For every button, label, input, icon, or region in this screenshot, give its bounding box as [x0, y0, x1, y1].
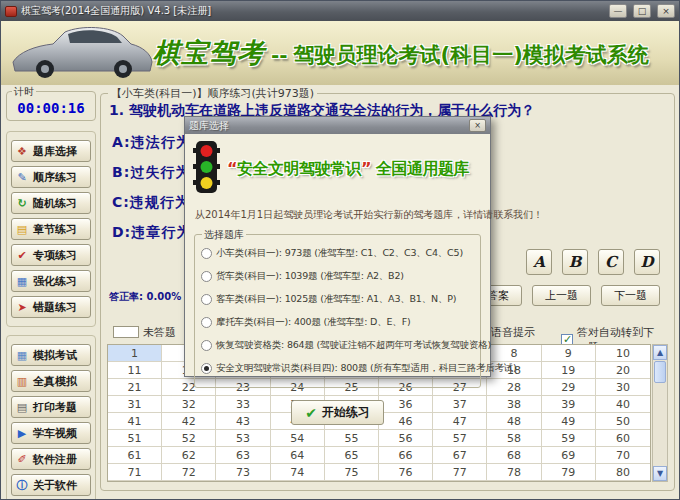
question-cell-60[interactable]: 60 — [596, 430, 650, 447]
question-cell-68[interactable]: 68 — [487, 447, 541, 464]
question-cell-63[interactable]: 63 — [216, 447, 270, 464]
question-cell-76[interactable]: 76 — [379, 464, 433, 481]
question-cell-56[interactable]: 56 — [379, 430, 433, 447]
sidebar-button-shuffle[interactable]: ↻随机练习 — [11, 192, 91, 214]
question-cell-41[interactable]: 41 — [108, 413, 162, 430]
question-cell-62[interactable]: 62 — [162, 447, 216, 464]
question-cell-72[interactable]: 72 — [162, 464, 216, 481]
prev-question-button[interactable]: 上一题 — [532, 285, 591, 306]
question-cell-38[interactable]: 38 — [487, 396, 541, 413]
question-cell-57[interactable]: 57 — [433, 430, 487, 447]
sidebar-button-exam-grid[interactable]: ▦模拟考试 — [11, 344, 91, 366]
question-cell-32[interactable]: 32 — [162, 396, 216, 413]
answer-button-a[interactable]: A — [526, 249, 552, 275]
question-cell-58[interactable]: 58 — [487, 430, 541, 447]
question-cell-55[interactable]: 55 — [325, 430, 379, 447]
question-cell-20[interactable]: 20 — [596, 362, 650, 379]
question-cell-51[interactable]: 51 — [108, 430, 162, 447]
question-cell-65[interactable]: 65 — [325, 447, 379, 464]
question-cell-77[interactable]: 77 — [433, 464, 487, 481]
sidebar-button-wrong-flag[interactable]: ➤错题练习 — [11, 296, 91, 318]
answer-button-d[interactable]: D — [634, 249, 660, 275]
radio-icon[interactable] — [201, 317, 212, 328]
sidebar-button-video-play[interactable]: ▶学车视频 — [11, 422, 91, 444]
sidebar-button-register-tool[interactable]: ✐软件注册 — [11, 448, 91, 470]
question-cell-59[interactable]: 59 — [542, 430, 596, 447]
close-button[interactable]: × — [657, 4, 675, 18]
question-cell-40[interactable]: 40 — [596, 396, 650, 413]
scroll-up-icon[interactable]: ▲ — [653, 345, 667, 360]
question-cell-52[interactable]: 52 — [162, 430, 216, 447]
question-cell-47[interactable]: 47 — [433, 413, 487, 430]
scroll-thumb[interactable] — [654, 361, 666, 383]
sidebar-button-chart[interactable]: ▦强化练习 — [11, 270, 91, 292]
bank-option-1[interactable]: 小车类(科目一): 973题 (准驾车型: C1、C2、C3、C4、C5) — [201, 247, 474, 260]
option-d[interactable]: D:违章行为 — [112, 224, 191, 242]
question-cell-46[interactable]: 46 — [379, 413, 433, 430]
radio-selected-icon[interactable] — [201, 363, 212, 374]
question-cell-11[interactable]: 11 — [108, 362, 162, 379]
question-cell-75[interactable]: 75 — [325, 464, 379, 481]
minimize-button[interactable]: — — [609, 4, 627, 18]
answer-button-c[interactable]: C — [598, 249, 624, 275]
start-practice-button[interactable]: ✔ 开始练习 — [291, 400, 384, 425]
sidebar-button-simulation[interactable]: ▥全真模拟 — [11, 370, 91, 392]
sidebar-button-info[interactable]: ⓘ关于软件 — [11, 474, 91, 496]
question-cell-1[interactable]: 1 — [108, 345, 162, 362]
radio-icon[interactable] — [201, 248, 212, 259]
bank-option-4[interactable]: 摩托车类(科目一): 400题 (准驾车型: D、E、F) — [201, 316, 474, 329]
question-cell-54[interactable]: 54 — [271, 430, 325, 447]
question-cell-69[interactable]: 69 — [542, 447, 596, 464]
maximize-button[interactable]: □ — [633, 4, 651, 18]
question-cell-67[interactable]: 67 — [433, 447, 487, 464]
question-cell-43[interactable]: 43 — [216, 413, 270, 430]
radio-icon[interactable] — [201, 294, 212, 305]
question-cell-37[interactable]: 37 — [433, 396, 487, 413]
dialog-close-icon[interactable]: × — [469, 119, 486, 132]
question-cell-79[interactable]: 79 — [542, 464, 596, 481]
question-cell-74[interactable]: 74 — [271, 464, 325, 481]
question-cell-61[interactable]: 61 — [108, 447, 162, 464]
question-cell-48[interactable]: 48 — [487, 413, 541, 430]
sidebar-button-edit[interactable]: ✎顺序练习 — [11, 166, 91, 188]
question-cell-39[interactable]: 39 — [542, 396, 596, 413]
question-cell-30[interactable]: 30 — [596, 379, 650, 396]
radio-icon[interactable] — [201, 340, 212, 351]
question-cell-28[interactable]: 28 — [487, 379, 541, 396]
bank-option-6[interactable]: 安全文明驾驶常识类(科目四): 800题 (所有车型适用，科目三路考后考试) — [201, 362, 474, 375]
question-cell-29[interactable]: 29 — [542, 379, 596, 396]
question-cell-78[interactable]: 78 — [487, 464, 541, 481]
sidebar-button-chapter[interactable]: ▤章节练习 — [11, 218, 91, 240]
sidebar-button-special-check[interactable]: ✔专项练习 — [11, 244, 91, 266]
bank-option-2[interactable]: 货车类(科目一): 1039题 (准驾车型: A2、B2) — [201, 270, 474, 283]
question-cell-80[interactable]: 80 — [596, 464, 650, 481]
question-cell-71[interactable]: 71 — [108, 464, 162, 481]
question-cell-73[interactable]: 73 — [216, 464, 270, 481]
option-a[interactable]: A:违法行为 — [112, 134, 191, 152]
next-question-button[interactable]: 下一题 — [601, 285, 660, 306]
question-cell-10[interactable]: 10 — [596, 345, 650, 362]
question-cell-50[interactable]: 50 — [596, 413, 650, 430]
bank-option-3[interactable]: 客车类(科目一): 1025题 (准驾车型: A1、A3、B1、N、P) — [201, 293, 474, 306]
question-cell-19[interactable]: 19 — [542, 362, 596, 379]
question-cell-66[interactable]: 66 — [379, 447, 433, 464]
answer-button-b[interactable]: B — [562, 249, 588, 275]
radio-icon[interactable] — [201, 271, 212, 282]
question-cell-21[interactable]: 21 — [108, 379, 162, 396]
option-b[interactable]: B:过失行为 — [112, 164, 191, 182]
question-cell-33[interactable]: 33 — [216, 396, 270, 413]
scroll-down-icon[interactable]: ▼ — [653, 466, 667, 481]
question-cell-36[interactable]: 36 — [379, 396, 433, 413]
option-c[interactable]: C:违规行为 — [112, 194, 191, 212]
question-cell-53[interactable]: 53 — [216, 430, 270, 447]
question-cell-8[interactable]: 8 — [487, 345, 541, 362]
grid-scrollbar[interactable]: ▲ ▼ — [652, 344, 668, 482]
sidebar-button-printer[interactable]: ▤打印考题 — [11, 396, 91, 418]
sidebar-button-cubes[interactable]: ❖题库选择 — [11, 140, 91, 162]
question-cell-49[interactable]: 49 — [542, 413, 596, 430]
bank-option-5[interactable]: 恢复驾驶资格类: 864题 (驾驶证注销不超两年可考试恢复驾驶资格) — [201, 339, 474, 352]
question-cell-70[interactable]: 70 — [596, 447, 650, 464]
question-cell-42[interactable]: 42 — [162, 413, 216, 430]
question-cell-64[interactable]: 64 — [271, 447, 325, 464]
question-cell-31[interactable]: 31 — [108, 396, 162, 413]
